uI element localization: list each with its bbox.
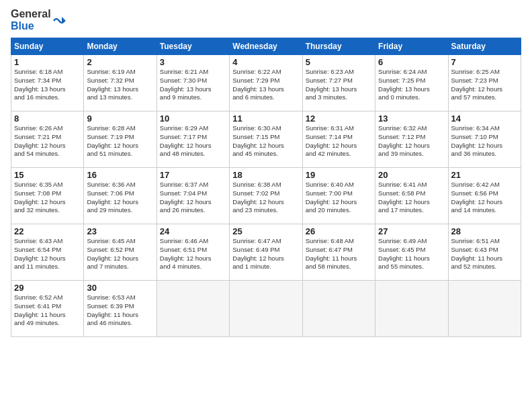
- cell-text: Sunrise: 6:41 AM Sunset: 6:58 PM Dayligh…: [378, 181, 445, 215]
- day-number: 5: [306, 57, 372, 67]
- day-number: 1: [14, 57, 81, 67]
- calendar-cell: 14Sunrise: 6:34 AM Sunset: 7:10 PM Dayli…: [448, 111, 521, 168]
- logo: General Blue: [11, 8, 66, 32]
- cell-text: Sunrise: 6:21 AM Sunset: 7:30 PM Dayligh…: [160, 68, 226, 102]
- day-number: 15: [14, 170, 81, 180]
- calendar-cell: [230, 281, 302, 337]
- calendar-cell: [448, 281, 521, 337]
- day-number: 28: [451, 226, 518, 236]
- day-number: 3: [160, 57, 226, 67]
- cell-text: Sunrise: 6:51 AM Sunset: 6:43 PM Dayligh…: [451, 237, 518, 271]
- day-number: 21: [451, 170, 518, 180]
- weekday-header-thursday: Thursday: [302, 38, 375, 55]
- cell-text: Sunrise: 6:30 AM Sunset: 7:15 PM Dayligh…: [232, 124, 299, 158]
- weekday-header-tuesday: Tuesday: [157, 38, 229, 55]
- cell-text: Sunrise: 6:29 AM Sunset: 7:17 PM Dayligh…: [160, 124, 226, 158]
- calendar-cell: 4Sunrise: 6:22 AM Sunset: 7:29 PM Daylig…: [230, 55, 302, 111]
- calendar-cell: 25Sunrise: 6:47 AM Sunset: 6:49 PM Dayli…: [230, 224, 302, 281]
- calendar-cell: 18Sunrise: 6:38 AM Sunset: 7:02 PM Dayli…: [230, 168, 302, 224]
- calendar-cell: 6Sunrise: 6:24 AM Sunset: 7:25 PM Daylig…: [375, 55, 448, 111]
- cell-text: Sunrise: 6:25 AM Sunset: 7:23 PM Dayligh…: [451, 68, 518, 102]
- cell-text: Sunrise: 6:40 AM Sunset: 7:00 PM Dayligh…: [306, 181, 372, 215]
- calendar-cell: [157, 281, 229, 337]
- cell-text: Sunrise: 6:49 AM Sunset: 6:45 PM Dayligh…: [378, 237, 445, 271]
- calendar-cell: [375, 281, 448, 337]
- logo-blue-text: Blue: [11, 20, 34, 32]
- day-number: 13: [378, 113, 445, 124]
- calendar-cell: 29Sunrise: 6:52 AM Sunset: 6:41 PM Dayli…: [11, 281, 84, 337]
- day-number: 23: [87, 226, 153, 236]
- cell-text: Sunrise: 6:26 AM Sunset: 7:21 PM Dayligh…: [14, 124, 81, 158]
- calendar-cell: 27Sunrise: 6:49 AM Sunset: 6:45 PM Dayli…: [375, 224, 448, 281]
- day-number: 11: [232, 113, 299, 124]
- cell-text: Sunrise: 6:23 AM Sunset: 7:27 PM Dayligh…: [306, 68, 372, 102]
- weekday-header-saturday: Saturday: [448, 38, 521, 55]
- day-number: 7: [451, 57, 518, 67]
- cell-text: Sunrise: 6:24 AM Sunset: 7:25 PM Dayligh…: [378, 68, 445, 102]
- calendar-cell: 20Sunrise: 6:41 AM Sunset: 6:58 PM Dayli…: [375, 168, 448, 224]
- calendar-cell: 24Sunrise: 6:46 AM Sunset: 6:51 PM Dayli…: [157, 224, 229, 281]
- calendar-cell: 9Sunrise: 6:28 AM Sunset: 7:19 PM Daylig…: [84, 111, 157, 168]
- day-number: 4: [232, 57, 299, 67]
- cell-text: Sunrise: 6:52 AM Sunset: 6:41 PM Dayligh…: [14, 293, 81, 328]
- day-number: 20: [378, 170, 445, 180]
- cell-text: Sunrise: 6:38 AM Sunset: 7:02 PM Dayligh…: [232, 181, 299, 215]
- calendar-cell: 12Sunrise: 6:31 AM Sunset: 7:14 PM Dayli…: [302, 111, 375, 168]
- cell-text: Sunrise: 6:46 AM Sunset: 6:51 PM Dayligh…: [160, 237, 226, 271]
- day-number: 29: [14, 283, 81, 293]
- day-number: 22: [14, 226, 81, 236]
- calendar-cell: 11Sunrise: 6:30 AM Sunset: 7:15 PM Dayli…: [230, 111, 302, 168]
- calendar-cell: [302, 281, 375, 337]
- calendar-cell: 13Sunrise: 6:32 AM Sunset: 7:12 PM Dayli…: [375, 111, 448, 168]
- weekday-header-sunday: Sunday: [11, 38, 84, 55]
- cell-text: Sunrise: 6:35 AM Sunset: 7:08 PM Dayligh…: [14, 181, 81, 215]
- calendar-cell: 10Sunrise: 6:29 AM Sunset: 7:17 PM Dayli…: [157, 111, 229, 168]
- day-number: 12: [306, 113, 372, 124]
- day-number: 14: [451, 113, 518, 124]
- cell-text: Sunrise: 6:43 AM Sunset: 6:54 PM Dayligh…: [14, 237, 81, 271]
- cell-text: Sunrise: 6:37 AM Sunset: 7:04 PM Dayligh…: [160, 181, 226, 215]
- calendar-cell: 17Sunrise: 6:37 AM Sunset: 7:04 PM Dayli…: [157, 168, 229, 224]
- cell-text: Sunrise: 6:32 AM Sunset: 7:12 PM Dayligh…: [378, 124, 445, 158]
- calendar-cell: 1Sunrise: 6:18 AM Sunset: 7:34 PM Daylig…: [11, 55, 84, 111]
- cell-text: Sunrise: 6:47 AM Sunset: 6:49 PM Dayligh…: [232, 237, 299, 271]
- cell-text: Sunrise: 6:53 AM Sunset: 6:39 PM Dayligh…: [87, 293, 153, 328]
- header: General Blue: [11, 8, 521, 32]
- cell-text: Sunrise: 6:18 AM Sunset: 7:34 PM Dayligh…: [14, 68, 81, 102]
- day-number: 10: [160, 113, 226, 124]
- day-number: 25: [232, 226, 299, 236]
- day-number: 6: [378, 57, 445, 67]
- cell-text: Sunrise: 6:45 AM Sunset: 6:52 PM Dayligh…: [87, 237, 153, 271]
- calendar-cell: 2Sunrise: 6:19 AM Sunset: 7:32 PM Daylig…: [84, 55, 157, 111]
- calendar-cell: 15Sunrise: 6:35 AM Sunset: 7:08 PM Dayli…: [11, 168, 84, 224]
- calendar-cell: 16Sunrise: 6:36 AM Sunset: 7:06 PM Dayli…: [84, 168, 157, 224]
- weekday-header-wednesday: Wednesday: [230, 38, 302, 55]
- calendar-cell: 19Sunrise: 6:40 AM Sunset: 7:00 PM Dayli…: [302, 168, 375, 224]
- weekday-header-monday: Monday: [84, 38, 157, 55]
- cell-text: Sunrise: 6:31 AM Sunset: 7:14 PM Dayligh…: [306, 124, 372, 158]
- day-number: 18: [232, 170, 299, 180]
- calendar-table: SundayMondayTuesdayWednesdayThursdayFrid…: [11, 38, 521, 337]
- logo-wave-icon: [52, 11, 66, 29]
- logo-brand: General Blue: [11, 8, 66, 32]
- day-number: 16: [87, 170, 153, 180]
- day-number: 24: [160, 226, 226, 236]
- calendar-cell: 7Sunrise: 6:25 AM Sunset: 7:23 PM Daylig…: [448, 55, 521, 111]
- cell-text: Sunrise: 6:19 AM Sunset: 7:32 PM Dayligh…: [87, 68, 153, 102]
- day-number: 2: [87, 57, 153, 67]
- day-number: 30: [87, 283, 153, 293]
- day-number: 26: [306, 226, 372, 236]
- logo-general-text: General: [11, 8, 51, 19]
- cell-text: Sunrise: 6:48 AM Sunset: 6:47 PM Dayligh…: [306, 237, 372, 271]
- day-number: 27: [378, 226, 445, 236]
- cell-text: Sunrise: 6:34 AM Sunset: 7:10 PM Dayligh…: [451, 124, 518, 158]
- calendar-cell: 21Sunrise: 6:42 AM Sunset: 6:56 PM Dayli…: [448, 168, 521, 224]
- cell-text: Sunrise: 6:36 AM Sunset: 7:06 PM Dayligh…: [87, 181, 153, 215]
- calendar-cell: 5Sunrise: 6:23 AM Sunset: 7:27 PM Daylig…: [302, 55, 375, 111]
- day-number: 8: [14, 113, 81, 124]
- calendar-cell: 22Sunrise: 6:43 AM Sunset: 6:54 PM Dayli…: [11, 224, 84, 281]
- calendar-cell: 30Sunrise: 6:53 AM Sunset: 6:39 PM Dayli…: [84, 281, 157, 337]
- calendar-cell: 8Sunrise: 6:26 AM Sunset: 7:21 PM Daylig…: [11, 111, 84, 168]
- cell-text: Sunrise: 6:42 AM Sunset: 6:56 PM Dayligh…: [451, 181, 518, 215]
- cell-text: Sunrise: 6:28 AM Sunset: 7:19 PM Dayligh…: [87, 124, 153, 158]
